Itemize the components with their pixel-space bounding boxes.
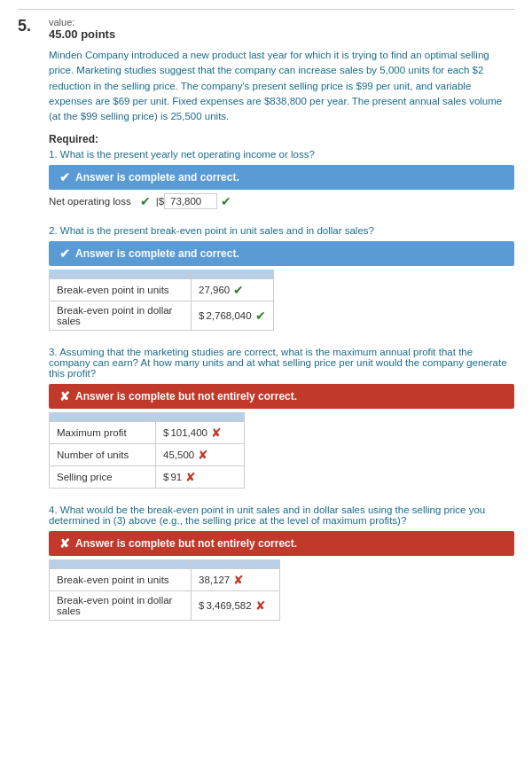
row-value-3-0: $ 101,400 ✘ <box>156 422 245 444</box>
table-row: Selling price $ 91 ✘ <box>50 466 245 489</box>
table-row: Break-even point in units 27,960 ✔ <box>50 279 274 301</box>
row-label-2-1: Break-even point in dollar sales <box>50 301 192 331</box>
table-header-3 <box>50 413 245 422</box>
table-row: Break-even point in units 38,127 ✘ <box>50 569 280 591</box>
sub-question-1: 1. What is the present yearly net operat… <box>49 149 514 209</box>
sub-question-3-text: 3. Assuming that the marketing studies a… <box>49 347 514 379</box>
row-value-2-1: $ 2,768,040 ✔ <box>192 301 274 331</box>
row-label-3-0: Maximum profit <box>50 422 156 444</box>
row-label-4-0: Break-even point in units <box>50 569 192 591</box>
row-value-4-1: $ 3,469,582 ✘ <box>192 591 280 621</box>
question-meta: value: 45.00 points <box>49 17 115 41</box>
check-2-0: ✔ <box>233 283 244 297</box>
check-2-1: ✔ <box>255 309 266 323</box>
cross-4-1: ✘ <box>255 598 266 613</box>
value-label: value: <box>49 17 115 27</box>
check-icon-label: ✔ <box>140 194 151 208</box>
table-header-2 <box>50 270 274 279</box>
row-value-2-0: 27,960 ✔ <box>192 279 274 301</box>
sub-question-2: 2. What is the present break-even point … <box>49 225 514 331</box>
cross-3-2: ✘ <box>185 470 196 484</box>
row-label-3-1: Number of units <box>50 444 156 466</box>
required-label: Required: <box>49 133 514 145</box>
row-label-4-1: Break-even point in dollar sales <box>50 591 192 621</box>
points-value: 45.00 points <box>49 27 115 41</box>
table-row: Maximum profit $ 101,400 ✘ <box>50 422 245 444</box>
answer-banner-3: ✘ Answer is complete but not entirely co… <box>49 384 514 409</box>
cross-4-0: ✘ <box>233 573 244 587</box>
answer-banner-1: ✔ Answer is complete and correct. <box>49 165 514 190</box>
question-header: 5. value: 45.00 points <box>18 9 514 41</box>
dollar-sign-1: |$ <box>156 196 164 207</box>
check-icon-val-1: ✔ <box>221 194 231 208</box>
answer-table-4: Break-even point in units 38,127 ✘ Break… <box>49 559 280 621</box>
incorrect-icon-3: ✘ <box>59 389 70 403</box>
answer-table-3: Maximum profit $ 101,400 ✘ Number of uni… <box>49 412 245 489</box>
row-value-3-1: 45,500 ✘ <box>156 444 245 466</box>
sub-question-3: 3. Assuming that the marketing studies a… <box>49 347 514 489</box>
correct-icon-2: ✔ <box>59 246 70 261</box>
row-value-4-0: 38,127 ✘ <box>192 569 280 591</box>
cross-3-0: ✘ <box>211 426 222 440</box>
table-row: Break-even point in dollar sales $ 3,469… <box>50 591 280 621</box>
sub-question-4-text: 4. What would be the break-even point in… <box>49 504 514 526</box>
sub-question-4: 4. What would be the break-even point in… <box>49 504 514 621</box>
sub-question-1-text: 1. What is the present yearly net operat… <box>49 149 514 160</box>
answer-table-2: Break-even point in units 27,960 ✔ Break… <box>49 270 274 331</box>
single-answer-row-1: Net operating loss ✔ |$ 73,800 ✔ <box>49 193 514 209</box>
row-value-3-2: $ 91 ✘ <box>156 466 245 489</box>
value-box-1: 73,800 <box>164 193 217 209</box>
row-label-3-2: Selling price <box>50 466 156 489</box>
question-number: 5. <box>18 17 40 35</box>
question-body: Minden Company introduced a new product … <box>49 48 514 621</box>
incorrect-icon-4: ✘ <box>59 536 70 551</box>
row-label-2-0: Break-even point in units <box>50 279 192 301</box>
table-header-4 <box>50 560 280 569</box>
table-row: Number of units 45,500 ✘ <box>50 444 245 466</box>
cross-3-1: ✘ <box>198 448 208 462</box>
sub-question-2-text: 2. What is the present break-even point … <box>49 225 514 236</box>
answer-banner-4: ✘ Answer is complete but not entirely co… <box>49 531 514 556</box>
correct-icon-1: ✔ <box>59 170 70 184</box>
intro-text: Minden Company introduced a new product … <box>49 48 514 124</box>
answer-banner-2: ✔ Answer is complete and correct. <box>49 241 514 266</box>
table-row: Break-even point in dollar sales $ 2,768… <box>50 301 274 331</box>
net-operating-label: Net operating loss <box>49 196 131 207</box>
